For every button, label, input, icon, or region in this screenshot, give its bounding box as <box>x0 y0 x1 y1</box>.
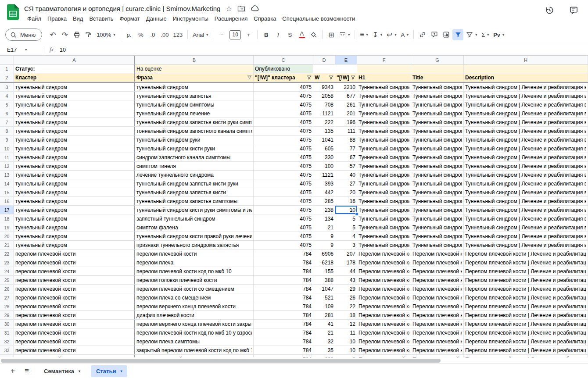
cell-G13[interactable]: Туннельный синдром з <box>411 171 464 179</box>
cell-B7[interactable]: туннельный синдром запястья кисти руки с… <box>135 118 254 127</box>
cell-B27[interactable]: перелом плеча со смещением <box>135 293 254 302</box>
row-header-11[interactable]: 11 <box>0 153 14 162</box>
sheet-tab-semantika[interactable]: Семантика▾ <box>39 365 86 377</box>
cell-G24[interactable]: Перелом плечевой кос <box>411 267 464 276</box>
cell-F14[interactable]: Туннельный синдром <box>357 179 411 188</box>
star-icon[interactable]: ☆ <box>226 5 232 12</box>
cell-B24[interactable]: перелом плечевой кости код по мкб 10 <box>135 267 254 276</box>
cell-D3[interactable]: 9343 <box>313 83 335 92</box>
cell-H27[interactable]: Перелом плечевой кости | Лечение и реаби… <box>464 293 588 302</box>
cell-H30[interactable]: Перелом плечевой кости | Лечение и реаби… <box>464 320 588 328</box>
cell-C9[interactable]: 4075 <box>254 136 313 144</box>
cell-D7[interactable]: 222 <box>313 118 335 127</box>
add-sheet-button[interactable]: + <box>6 365 19 377</box>
cell-H15[interactable]: Туннельный синдром | Лечение и реабилита… <box>464 188 588 197</box>
cell-A13[interactable]: туннельный синдром <box>14 171 135 179</box>
cell-C29[interactable]: 784 <box>254 311 313 320</box>
cell-G27[interactable]: Перелом плечевой кос <box>411 293 464 302</box>
row-header-30[interactable]: 30 <box>0 320 14 328</box>
cell-B14[interactable]: туннельный синдром запястья кисти руки <box>135 179 254 188</box>
borders-button[interactable]: ⊞ <box>326 29 337 40</box>
cell-H20[interactable]: Туннельный синдром | Лечение и реабилита… <box>464 232 588 241</box>
column-header-C[interactable]: C <box>254 56 313 64</box>
cell-H11[interactable]: Туннельный синдром | Лечение и реабилита… <box>464 153 588 162</box>
cell-G31[interactable]: Перелом плечевой кос <box>411 328 464 337</box>
cell-G15[interactable]: Туннельный синдром з <box>411 188 464 197</box>
cell-C11[interactable]: 4075 <box>254 153 313 162</box>
cell-E15[interactable]: 20 <box>335 188 357 197</box>
cell-F11[interactable]: Туннельный синдром <box>357 153 411 162</box>
cell-G11[interactable]: Туннельный синдром з <box>411 153 464 162</box>
font-size-input[interactable]: 10 <box>229 30 241 39</box>
increase-decimals-button[interactable]: .00 <box>159 29 170 40</box>
cell-F29[interactable]: Перелом плечевой ко <box>357 311 411 320</box>
cell-D29[interactable]: 281 <box>313 311 335 320</box>
filter-icon[interactable] <box>329 75 333 80</box>
cell-A7[interactable]: туннельный синдром <box>14 118 135 127</box>
cell-H17[interactable]: Туннельный синдром | Лечение и реабилита… <box>464 206 588 214</box>
cell-E3[interactable]: 2210 <box>335 83 357 92</box>
cell-A18[interactable]: туннельный синдром <box>14 214 135 223</box>
cell-C16[interactable]: 4075 <box>254 197 313 206</box>
cell-D2[interactable]: W <box>313 73 335 82</box>
horizontal-scrollbar[interactable] <box>0 357 588 364</box>
cell-H19[interactable]: Туннельный синдром | Лечение и реабилита… <box>464 223 588 232</box>
cell-E9[interactable]: 88 <box>335 136 357 144</box>
cell-G10[interactable]: Туннельный синдром з <box>411 144 464 153</box>
cell-C14[interactable]: 4075 <box>254 179 313 188</box>
cell-G9[interactable]: Туннельный синдром з <box>411 136 464 144</box>
row-header-4[interactable]: 4 <box>0 92 14 100</box>
cell-C31[interactable]: 784 <box>254 328 313 337</box>
cell-C21[interactable]: 4075 <box>254 241 313 250</box>
merge-cells-button[interactable]: ▾ <box>337 29 351 40</box>
cell-F4[interactable]: Туннельный синдром <box>357 92 411 100</box>
menu-file[interactable]: Файл <box>24 14 44 23</box>
vertical-align-button[interactable]: ↧▾ <box>371 29 384 40</box>
menu-edit[interactable]: Правка <box>44 14 70 23</box>
cell-F23[interactable]: Перелом плечевой ко <box>357 258 411 267</box>
cell-A16[interactable]: туннельный синдром <box>14 197 135 206</box>
cell-A29[interactable]: перелом плечевой кости <box>14 311 135 320</box>
cell-D18[interactable]: 134 <box>313 214 335 223</box>
text-color-button[interactable]: A <box>296 29 307 40</box>
row-header-21[interactable]: 21 <box>0 241 14 250</box>
cell-A23[interactable]: перелом плечевой кости <box>14 258 135 267</box>
cell-B26[interactable]: перелом плечевой кости со смещением <box>135 285 254 293</box>
cell-G26[interactable]: Перелом плечевой кос <box>411 285 464 293</box>
cell-A24[interactable]: перелом плечевой кости <box>14 267 135 276</box>
cell-H3[interactable]: Туннельный синдром | Лечение и реабилита… <box>464 83 588 92</box>
cell-G22[interactable]: Перелом плечевой кос <box>411 250 464 258</box>
cell-E20[interactable]: 4 <box>335 232 357 241</box>
filter-views-button[interactable]: ▾ <box>464 29 479 40</box>
cell-A22[interactable]: перелом плечевой кости <box>14 250 135 258</box>
row-header-28[interactable]: 28 <box>0 302 14 311</box>
cell-H18[interactable]: Туннельный синдром | Лечение и реабилита… <box>464 214 588 223</box>
cell-G17[interactable]: Туннельный синдром з <box>411 206 464 214</box>
pivot-button[interactable]: Pv▾ <box>491 29 506 40</box>
all-sheets-button[interactable]: ≡ <box>20 365 33 377</box>
cell-C27[interactable]: 784 <box>254 293 313 302</box>
cell-C5[interactable]: 4075 <box>254 100 313 109</box>
cell-C28[interactable]: 784 <box>254 302 313 311</box>
cell-D27[interactable]: 521 <box>313 293 335 302</box>
cell-D20[interactable]: 9 <box>313 232 335 241</box>
row-header-5[interactable]: 5 <box>0 100 14 109</box>
functions-button[interactable]: Σ▾ <box>480 29 491 40</box>
cell-H13[interactable]: Туннельный синдром | Лечение и реабилита… <box>464 171 588 179</box>
cell-E31[interactable]: 11 <box>335 328 357 337</box>
cell-B1[interactable]: На оценке <box>135 64 254 73</box>
cell-F19[interactable]: Туннельный синдром <box>357 223 411 232</box>
document-title[interactable]: СЯ травматология и ортопедия | curare.cl… <box>24 5 220 12</box>
cell-A14[interactable]: туннельный синдром <box>14 179 135 188</box>
strikethrough-button[interactable]: S <box>284 29 295 40</box>
print-button[interactable] <box>71 29 82 40</box>
cell-E23[interactable]: 178 <box>335 258 357 267</box>
cell-E32[interactable]: 10 <box>335 337 357 346</box>
cell-D6[interactable]: 1121 <box>313 109 335 118</box>
column-header-G[interactable]: G <box>411 56 464 64</box>
scrollbar-thumb[interactable] <box>1 359 441 363</box>
cell-F32[interactable]: Перелом плечевой ко <box>357 337 411 346</box>
cell-H12[interactable]: Туннельный синдром | Лечение и реабилита… <box>464 162 588 171</box>
row-header-6[interactable]: 6 <box>0 109 14 118</box>
column-header-E[interactable]: E <box>335 56 357 64</box>
